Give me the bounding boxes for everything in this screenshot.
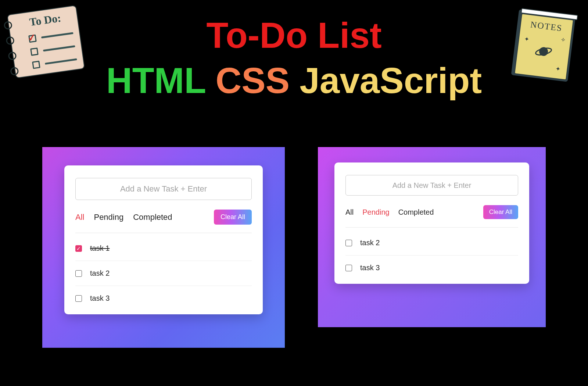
star-icon: ✦ [524, 35, 530, 43]
page-title: To-Do List [0, 15, 588, 56]
filter-pending[interactable]: Pending [362, 208, 389, 217]
task-checkbox[interactable] [345, 265, 352, 271]
new-task-input[interactable] [345, 175, 518, 196]
page-subtitle: HTML CSS JavaScript [0, 60, 588, 101]
todo-app-panel-pending: All Pending Completed Clear All task 2 t… [318, 147, 546, 327]
todo-app-panel-all: All Pending Completed Clear All ✓ task 1… [42, 147, 285, 348]
task-checkbox[interactable]: ✓ [75, 245, 82, 252]
task-row: task 3 [75, 286, 252, 311]
filter-row: All Pending Completed Clear All [345, 205, 518, 228]
task-checkbox[interactable] [75, 270, 82, 277]
planet-icon [534, 42, 553, 61]
notebook-title: NOTES [520, 18, 572, 35]
task-label: task 3 [90, 294, 110, 303]
new-task-input[interactable] [75, 178, 252, 200]
task-list: task 2 task 3 [345, 230, 518, 280]
task-row: ✓ task 1 [75, 236, 252, 261]
task-row: task 2 [75, 261, 252, 286]
task-label: task 1 [90, 244, 110, 253]
filter-row: All Pending Completed Clear All [75, 210, 252, 233]
task-checkbox[interactable] [345, 240, 352, 246]
task-label: task 2 [90, 269, 110, 278]
notepad-checkbox-icon [32, 61, 40, 69]
filter-tabs: All Pending Completed [345, 208, 434, 217]
header: To-Do List HTML CSS JavaScript [0, 0, 588, 101]
task-label: task 2 [360, 239, 380, 247]
task-checkbox[interactable] [75, 295, 82, 302]
clear-all-button[interactable]: Clear All [214, 210, 252, 225]
task-row: task 3 [345, 255, 518, 280]
filter-completed[interactable]: Completed [398, 208, 434, 217]
task-row: task 2 [345, 230, 518, 255]
notebook-cover: NOTES ✦ ✧ ✦ [514, 13, 574, 80]
todo-card: All Pending Completed Clear All task 2 t… [334, 162, 529, 284]
star-icon: ✧ [560, 36, 566, 43]
filter-all[interactable]: All [345, 208, 354, 217]
tech-js: JavaScript [300, 60, 482, 101]
tech-html: HTML [106, 60, 205, 101]
star-icon: ✦ [555, 65, 560, 73]
task-list: ✓ task 1 task 2 task 3 [75, 236, 252, 311]
notepad-line-icon [45, 58, 77, 65]
filter-completed[interactable]: Completed [133, 212, 172, 222]
tech-css: CSS [216, 60, 290, 101]
todo-card: All Pending Completed Clear All ✓ task 1… [64, 165, 263, 314]
notes-book-illustration: NOTES ✦ ✧ ✦ [511, 9, 576, 82]
filter-all[interactable]: All [75, 212, 84, 222]
notepad-line-icon [41, 32, 74, 38]
clear-all-button[interactable]: Clear All [483, 205, 518, 219]
filter-tabs: All Pending Completed [75, 212, 172, 222]
task-label: task 3 [360, 264, 380, 272]
notepad-checkbox-icon [30, 47, 39, 56]
todo-notepad-illustration: To Do: ✓ [7, 5, 85, 79]
notepad-checkmark-icon: ✓ [27, 32, 37, 44]
notepad-line-icon [43, 45, 75, 51]
filter-pending[interactable]: Pending [94, 212, 123, 222]
